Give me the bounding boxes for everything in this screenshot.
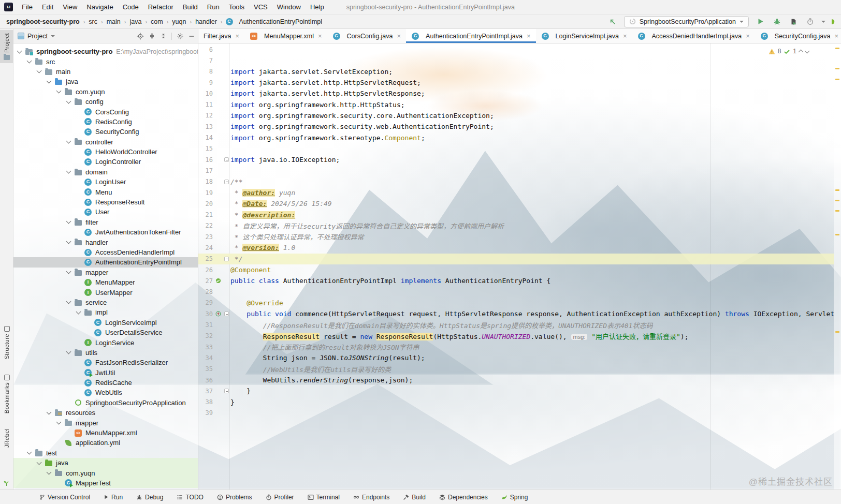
warning-stripe-mark[interactable] — [835, 331, 839, 333]
warning-stripe-mark[interactable] — [835, 48, 839, 49]
expand-all-icon[interactable] — [149, 33, 155, 39]
tree-item-menumapper[interactable]: IMenuMapper — [13, 277, 198, 287]
tree-item-mappertest[interactable]: CMapperTest — [13, 478, 198, 488]
statusbar-dependencies[interactable]: Dependencies — [439, 494, 488, 501]
tree-expand-icon[interactable] — [56, 420, 62, 425]
tree-item-securityconfig[interactable]: CSecurityConfig — [13, 127, 198, 137]
breadcrumb-item[interactable]: com — [150, 18, 164, 25]
tree-expand-icon[interactable] — [66, 219, 71, 224]
tree-expand-icon[interactable] — [47, 409, 52, 414]
warning-stripe-mark[interactable] — [835, 189, 839, 191]
statusbar-problems[interactable]: Problems — [217, 494, 252, 501]
tree-expand-icon[interactable] — [37, 68, 42, 73]
tree-item-responseresult[interactable]: CResponseResult — [13, 197, 198, 207]
statusbar-profiler[interactable]: Profiler — [266, 494, 294, 501]
editor-tab[interactable]: CSecurityConfig.java× — [755, 29, 841, 43]
run-button[interactable] — [755, 17, 765, 27]
tree-item-config[interactable]: config — [13, 97, 198, 107]
debug-button[interactable] — [772, 17, 782, 27]
tree-item-java[interactable]: java — [13, 77, 198, 86]
statusbar-debug[interactable]: Debug — [136, 494, 163, 501]
menu-item-vcs[interactable]: VCS — [249, 0, 272, 14]
tree-item-redisconfig[interactable]: CRedisConfig — [13, 117, 198, 127]
menu-item-view[interactable]: View — [58, 0, 82, 14]
project-tree[interactable]: springboot-security-proE:\myJavaProject\… — [13, 43, 198, 490]
settings-icon[interactable] — [177, 33, 184, 40]
editor-tab[interactable]: CAccessDeniedHandlerImpl.java× — [632, 29, 755, 43]
menu-item-code[interactable]: Code — [118, 0, 143, 14]
override-icon[interactable] — [215, 311, 221, 317]
tree-item-filter[interactable]: filter — [13, 217, 198, 227]
fold-marker-icon[interactable] — [224, 312, 229, 316]
tree-expand-icon[interactable] — [66, 98, 71, 103]
tree-item-utils[interactable]: utils — [13, 348, 198, 358]
fold-marker-icon[interactable] — [224, 157, 229, 162]
tree-expand-icon[interactable] — [47, 470, 52, 475]
tree-item-loginserviceimpl[interactable]: CLoginServiceImpl — [13, 318, 198, 328]
tree-item-helloworldcontroller[interactable]: CHelloWorldController — [13, 147, 198, 157]
tree-expand-icon[interactable] — [27, 58, 32, 64]
tab-close-icon[interactable]: × — [318, 32, 322, 40]
spring-bean-icon[interactable] — [215, 278, 221, 284]
build-arrow-icon[interactable] — [607, 17, 618, 27]
tree-item-src[interactable]: src — [13, 56, 198, 66]
statusbar-version-control[interactable]: Version Control — [39, 494, 90, 501]
tree-expand-icon[interactable] — [66, 299, 71, 304]
tree-item-application.yml[interactable]: application.yml — [13, 438, 198, 448]
menu-item-build[interactable]: Build — [178, 0, 202, 14]
editor-tab[interactable]: Filter.java× — [198, 29, 244, 43]
tree-item-resources[interactable]: resources — [13, 408, 198, 418]
editor-tab[interactable]: CCorsConfig.java× — [327, 29, 407, 43]
menu-item-file[interactable]: File — [17, 0, 37, 14]
tree-item-corsconfig[interactable]: CCorsConfig — [13, 107, 198, 116]
tree-expand-icon[interactable] — [47, 78, 52, 83]
warning-stripe-mark[interactable] — [835, 79, 839, 80]
tree-item-loginuser[interactable]: CLoginUser — [13, 177, 198, 187]
tree-expand-icon[interactable] — [56, 88, 62, 94]
jrebel-icon[interactable] — [832, 18, 836, 26]
menu-item-refactor[interactable]: Refactor — [143, 0, 178, 14]
menu-item-help[interactable]: Help — [306, 0, 329, 14]
fold-marker-icon[interactable] — [224, 389, 229, 393]
prev-problem-icon[interactable] — [799, 50, 804, 55]
tree-item-java[interactable]: java — [13, 458, 198, 468]
error-stripe[interactable] — [834, 43, 841, 490]
warning-stripe-mark[interactable] — [835, 68, 839, 69]
profiler-button[interactable] — [805, 17, 815, 27]
inspections-widget[interactable]: 8 1 — [766, 47, 811, 56]
tree-item-menu[interactable]: CMenu — [13, 187, 198, 197]
warning-stripe-mark[interactable] — [835, 200, 839, 201]
fold-marker-icon[interactable] — [224, 257, 229, 261]
tree-item-controller[interactable]: controller — [13, 137, 198, 147]
tree-item-domain[interactable]: domain — [13, 167, 198, 177]
tab-close-icon[interactable]: × — [527, 32, 531, 40]
tree-item-mapper[interactable]: mapper — [13, 268, 198, 277]
statusbar-build[interactable]: Build — [403, 494, 426, 501]
menu-item-window[interactable]: Window — [272, 0, 306, 14]
tree-item-accessdeniedhandlerimpl[interactable]: CAccessDeniedHandlerImpl — [13, 247, 198, 257]
tree-item-menumapper.xml[interactable]: <>MenuMapper.xml — [13, 428, 198, 438]
editor-tab[interactable]: <>MenuMapper.xml× — [244, 29, 327, 43]
tree-item-webutils[interactable]: CWebUtils — [13, 388, 198, 397]
menu-item-tools[interactable]: Tools — [224, 0, 249, 14]
locate-icon[interactable] — [137, 33, 144, 40]
collapse-all-icon[interactable] — [160, 33, 167, 39]
tree-item-fastjsonredisserializer[interactable]: CFastJsonRedisSerializer — [13, 358, 198, 367]
tree-item-authenticationentrypointimpl[interactable]: CAuthenticationEntryPointImpl — [13, 257, 198, 267]
menu-item-run[interactable]: Run — [202, 0, 224, 14]
tree-item-user[interactable]: CUser — [13, 207, 198, 217]
tree-item-main[interactable]: main — [13, 67, 198, 77]
editor-tab[interactable]: CLoginServiceImpl.java× — [536, 29, 632, 43]
editor-tab[interactable]: CAuthenticationEntryPointImpl.java× — [406, 29, 536, 43]
tree-expand-icon[interactable] — [66, 239, 71, 244]
more-run-options-icon[interactable] — [821, 21, 825, 23]
tree-item-service[interactable]: service — [13, 298, 198, 307]
tree-expand-icon[interactable] — [27, 450, 32, 455]
tab-close-icon[interactable]: × — [835, 32, 839, 40]
tree-expand-icon[interactable] — [17, 48, 22, 53]
warning-stripe-mark[interactable] — [835, 234, 839, 235]
menu-item-navigate[interactable]: Navigate — [82, 0, 118, 14]
warning-stripe-mark[interactable] — [835, 210, 839, 212]
tree-expand-icon[interactable] — [66, 169, 71, 174]
tree-expand-icon[interactable] — [66, 349, 71, 354]
